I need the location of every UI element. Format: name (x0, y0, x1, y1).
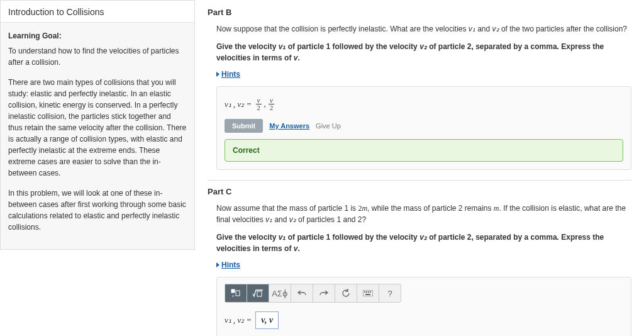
tool-redo-icon[interactable] (313, 284, 335, 302)
part-c-instructions: Give the velocity v₁ of particle 1 follo… (216, 232, 631, 254)
svg-rect-7 (368, 291, 369, 293)
give-up-link-b[interactable]: Give Up (316, 122, 341, 130)
tool-help[interactable]: ? (379, 284, 401, 302)
svg-rect-5 (364, 291, 365, 293)
svg-text:x: x (232, 294, 234, 298)
svg-rect-1 (236, 291, 240, 296)
learning-goal-label: Learning Goal: (8, 30, 187, 42)
chevron-right-icon (216, 262, 219, 267)
intro-paragraph-2: In this problem, we will look at one of … (8, 188, 187, 233)
hints-toggle-c[interactable]: Hints (216, 260, 240, 269)
hints-toggle-b[interactable]: Hints (216, 70, 240, 79)
svg-rect-3 (257, 291, 262, 296)
svg-rect-6 (366, 291, 367, 293)
svg-rect-0 (231, 289, 235, 293)
tool-undo-icon[interactable] (291, 284, 313, 302)
my-answers-link-b[interactable]: My Answers (269, 122, 309, 130)
part-c-heading: Part C (208, 187, 631, 196)
answer-label-c: v₁ , v₂ = (225, 315, 252, 325)
equation-toolbar: x ΑΣϕ ? (225, 284, 401, 303)
tool-greek[interactable]: ΑΣϕ (269, 284, 291, 302)
part-b-heading: Part B (208, 8, 631, 17)
intro-paragraph-1: There are two main types of collisions t… (8, 77, 187, 179)
part-c-question: Now assume that the mass of particle 1 i… (216, 203, 631, 225)
tool-reset-icon[interactable] (335, 284, 357, 302)
feedback-correct: Correct (225, 139, 623, 162)
tool-keyboard-icon[interactable] (357, 284, 379, 302)
page-title: Introduction to Collisions (1, 1, 194, 23)
part-b-question: Now suppose that the collision is perfec… (216, 23, 631, 35)
tool-sqrt-icon[interactable] (247, 284, 269, 302)
learning-goal-text: To understand how to find the velocities… (8, 45, 187, 68)
svg-rect-4 (363, 290, 373, 296)
answer-label-b: v₁ , v₂ = (225, 99, 252, 109)
answer-input-c[interactable]: v, v (255, 311, 279, 329)
svg-rect-9 (365, 294, 370, 295)
tool-template-icon[interactable]: x (225, 284, 247, 302)
answer-value-b: v2, v2 (255, 97, 274, 111)
divider (208, 180, 631, 181)
submit-button-b[interactable]: Submit (225, 119, 263, 133)
part-b-instructions: Give the velocity v₁ of particle 1 follo… (216, 41, 631, 64)
chevron-right-icon (216, 72, 219, 77)
svg-rect-8 (370, 291, 371, 293)
